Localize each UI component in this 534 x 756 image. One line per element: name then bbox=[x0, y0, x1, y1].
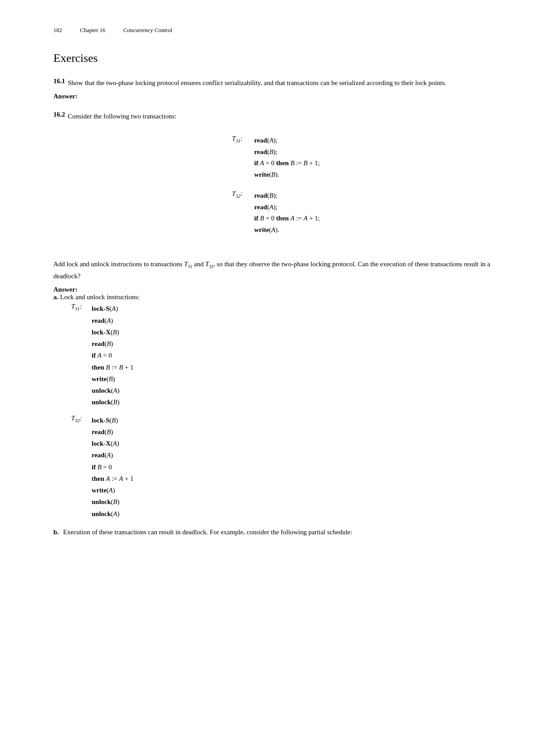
lock-t32-label: T32: bbox=[71, 415, 87, 423]
lock-t32-line8: unlock(B) bbox=[92, 496, 134, 508]
exercise-16-1-answer: Answer: bbox=[53, 93, 498, 100]
lock-t32-line4: read(A) bbox=[92, 449, 134, 461]
exercise-16-2: 16.2 Consider the following two transact… bbox=[53, 111, 498, 538]
t32-line2: read(A); bbox=[254, 202, 320, 213]
lock-t31-line5: if A = 0 bbox=[92, 350, 134, 361]
lock-t31-line4: read(B) bbox=[92, 338, 134, 350]
page-header: 182 Chapter 16 Concurrency Control bbox=[53, 27, 498, 34]
lock-t32-instructions: lock-S(B) read(B) lock-X(A) read(A) if B… bbox=[92, 415, 134, 520]
lock-t32-line1: lock-S(B) bbox=[92, 415, 134, 426]
part-a-text: Lock and unlock instructions: bbox=[60, 293, 140, 301]
lock-t31-label: T31: bbox=[71, 303, 87, 311]
lock-t32-line3: lock-X(A) bbox=[92, 438, 134, 449]
lock-t31-line7: write(B) bbox=[92, 373, 134, 385]
t31-instructions: read(A); read(B); if A = 0 then B := B +… bbox=[254, 135, 320, 180]
t31-line3: if A = 0 then B := B + 1; bbox=[254, 158, 320, 169]
t32-label: T32: bbox=[232, 190, 250, 199]
lock-t32-line9: unlock(A) bbox=[92, 508, 134, 520]
exercises-heading: Exercises bbox=[53, 52, 498, 65]
exercise-16-1-row: 16.1 Show that the two-phase locking pro… bbox=[53, 77, 498, 88]
exercise-16-1-text: Show that the two-phase locking protocol… bbox=[68, 77, 446, 88]
exercise-16-2-body: Add lock and unlock instructions to tran… bbox=[53, 259, 498, 281]
lock-t31-line8: unlock(A) bbox=[92, 385, 134, 396]
exercise-16-2-label: 16.2 bbox=[53, 111, 65, 118]
lock-t31-line6: then B := B + 1 bbox=[92, 362, 134, 373]
page: 182 Chapter 16 Concurrency Control Exerc… bbox=[0, 0, 534, 756]
answer-part-a-header: a. Lock and unlock instructions: bbox=[53, 293, 498, 301]
lock-t31-instructions: lock-S(A) read(A) lock-X(B) read(B) if A… bbox=[92, 303, 134, 408]
exercise-16-2-row: 16.2 Consider the following two transact… bbox=[53, 111, 498, 122]
answer-part-b: b. Execution of these transactions can r… bbox=[53, 527, 498, 538]
lock-t32-line2: read(B) bbox=[92, 426, 134, 438]
lock-t31-line2: read(A) bbox=[92, 315, 134, 326]
section-title: Concurrency Control bbox=[123, 27, 172, 34]
lock-t31-line3: lock-X(B) bbox=[92, 326, 134, 338]
answer-part-b-header: b. Execution of these transactions can r… bbox=[53, 527, 498, 538]
lock-t32-line6: then A := A + 1 bbox=[92, 473, 134, 484]
page-number: 182 bbox=[53, 27, 62, 34]
lock-instructions-table: T31: lock-S(A) read(A) lock-X(B) read(B)… bbox=[71, 303, 498, 520]
lock-t31-line1: lock-S(A) bbox=[92, 303, 134, 314]
t31-block: T31: read(A); read(B); if A = 0 then B :… bbox=[232, 135, 320, 180]
lock-t32-row: T32: lock-S(B) read(B) lock-X(A) read(A)… bbox=[71, 415, 498, 520]
exercise-16-2-text: Consider the following two transactions: bbox=[68, 111, 176, 122]
lock-t32-line7: write(A) bbox=[92, 484, 134, 496]
t32-instructions: read(B); read(A); if B = 0 then A := A +… bbox=[254, 190, 320, 236]
lock-t31-row: T31: lock-S(A) read(A) lock-X(B) read(B)… bbox=[71, 303, 498, 408]
t31-line1: read(A); bbox=[254, 135, 320, 146]
exercise-16-2-answer-label: Answer: bbox=[53, 286, 498, 293]
part-b-text: Execution of these transactions can resu… bbox=[63, 528, 352, 536]
t31-line4: write(B). bbox=[254, 169, 320, 181]
t31-line2: read(B); bbox=[254, 146, 320, 158]
answer-part-a: a. Lock and unlock instructions: T31: lo… bbox=[53, 293, 498, 520]
t32-line3: if B = 0 then A := A + 1; bbox=[254, 213, 320, 224]
lock-t32-line5: if B = 0 bbox=[92, 461, 134, 473]
t32-block: T32: read(B); read(A); if B = 0 then A :… bbox=[232, 190, 320, 236]
t32-line4: write(A). bbox=[254, 224, 320, 236]
chapter-title: Chapter 16 bbox=[80, 27, 105, 34]
exercise-16-1: 16.1 Show that the two-phase locking pro… bbox=[53, 77, 498, 100]
lock-t31-line9: unlock(B) bbox=[92, 396, 134, 408]
transactions-code-block: T31: read(A); read(B); if A = 0 then B :… bbox=[53, 135, 498, 245]
t31-label: T31: bbox=[232, 135, 250, 143]
t32-line1: read(B); bbox=[254, 190, 320, 202]
exercise-16-1-label: 16.1 bbox=[53, 77, 65, 85]
part-a-label: a. bbox=[53, 293, 58, 301]
part-b-label: b. bbox=[53, 528, 59, 536]
